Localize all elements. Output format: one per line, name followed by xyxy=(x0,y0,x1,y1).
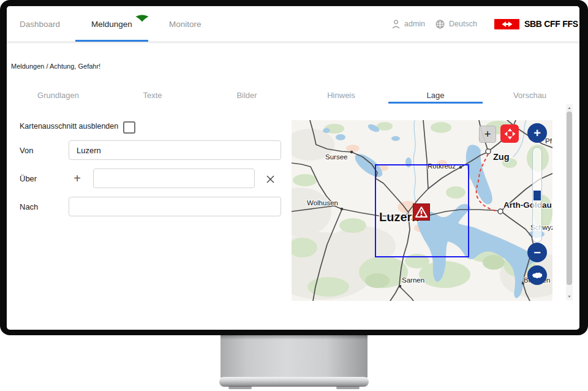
warning-icon xyxy=(413,203,430,221)
pan-tool-button[interactable] xyxy=(500,124,519,143)
ueber-input[interactable] xyxy=(93,169,255,188)
zoom-slider[interactable] xyxy=(532,147,542,243)
hazard-marker[interactable] xyxy=(413,203,430,221)
map-label-wolhusen: Wolhusen xyxy=(307,199,338,207)
map-label-sursee: Sursee xyxy=(325,153,347,161)
zoom-slider-handle[interactable] xyxy=(533,191,541,200)
map-label-pf: Pf xyxy=(545,137,552,145)
close-icon xyxy=(266,175,274,183)
sbb-logo-icon xyxy=(494,19,519,29)
move-icon xyxy=(504,128,516,140)
von-input[interactable] xyxy=(69,140,281,160)
tab-texte[interactable]: Texte xyxy=(105,85,200,105)
user-menu[interactable]: admin xyxy=(392,6,425,42)
nach-input[interactable] xyxy=(69,197,281,216)
breadcrumb: Meldungen / Achtung, Gefahr! xyxy=(11,63,100,70)
monitor-bezel: DashboardMeldungenMonitore admin Deutsch xyxy=(0,0,588,335)
zoom-in-button[interactable]: + xyxy=(527,123,547,143)
nav-item-label: Dashboard xyxy=(20,20,60,29)
tab-lage[interactable]: Lage xyxy=(388,85,483,105)
tab-label: Hinweis xyxy=(327,91,355,100)
tab-vorschau[interactable]: Vorschau xyxy=(483,85,577,105)
tab-label: Texte xyxy=(143,91,162,100)
language-menu[interactable]: Deutsch xyxy=(435,6,477,42)
tab-hinweis[interactable]: Hinweis xyxy=(294,85,388,105)
user-name: admin xyxy=(404,20,425,28)
map-label-arth-goldau: Arth-Goldau xyxy=(503,200,552,210)
nav-item-dashboard[interactable]: Dashboard xyxy=(20,6,60,42)
hide-map-label: Kartenausschnitt ausblenden xyxy=(20,122,118,131)
screen: DashboardMeldungenMonitore admin Deutsch xyxy=(7,6,579,330)
map-container[interactable]: SurseeWolhusenLuzernRotkreuzZugArth-Gold… xyxy=(292,120,552,301)
von-label: Von xyxy=(20,146,33,155)
tab-label: Bilder xyxy=(236,91,257,100)
clear-via-button[interactable] xyxy=(264,173,276,185)
map-label-zug: Zug xyxy=(493,152,510,162)
monitor-stand xyxy=(221,335,368,378)
switzerland-icon xyxy=(531,271,544,279)
monitor-foot-right xyxy=(336,386,360,389)
tab-grundlagen[interactable]: Grundlagen xyxy=(11,85,105,105)
language-label: Deutsch xyxy=(449,20,477,28)
monitor-base xyxy=(219,377,369,387)
tab-bar: GrundlagenTexteBilderHinweisLageVorschau xyxy=(11,85,577,105)
tab-label: Vorschau xyxy=(513,91,546,100)
scrollbar[interactable]: ▲ ▼ xyxy=(566,104,573,300)
add-via-button[interactable]: + xyxy=(70,172,84,185)
nav-item-meldungen[interactable]: Meldungen xyxy=(91,6,149,42)
scrollbar-thumb[interactable] xyxy=(567,112,572,285)
top-navbar: DashboardMeldungenMonitore admin Deutsch xyxy=(7,6,579,42)
scrollbar-up-arrow-icon[interactable]: ▲ xyxy=(566,104,573,112)
person-icon xyxy=(392,20,400,29)
tab-bilder[interactable]: Bilder xyxy=(200,85,294,105)
notification-badge-icon xyxy=(135,15,149,22)
map-secondary-plus-button[interactable]: + xyxy=(479,126,496,143)
nav-item-label: Meldungen xyxy=(91,20,132,29)
map-label-sarnen: Sarnen xyxy=(402,276,424,284)
nav-item-label: Monitore xyxy=(169,20,202,29)
nav-item-monitore[interactable]: Monitore xyxy=(169,6,202,42)
nach-label: Nach xyxy=(20,202,38,211)
reset-extent-button[interactable] xyxy=(527,265,547,285)
tab-label: Lage xyxy=(427,91,445,100)
brand-text: SBB CFF FFS xyxy=(524,19,578,29)
ueber-label: Über xyxy=(20,174,37,183)
tab-label: Grundlagen xyxy=(37,91,79,100)
brand: SBB CFF FFS xyxy=(494,6,578,42)
globe-icon xyxy=(435,20,445,29)
hide-map-checkbox[interactable] xyxy=(123,121,135,134)
zoom-out-button[interactable]: − xyxy=(527,243,547,262)
monitor-foot-left xyxy=(228,386,252,389)
scrollbar-down-arrow-icon[interactable]: ▼ xyxy=(566,293,573,300)
